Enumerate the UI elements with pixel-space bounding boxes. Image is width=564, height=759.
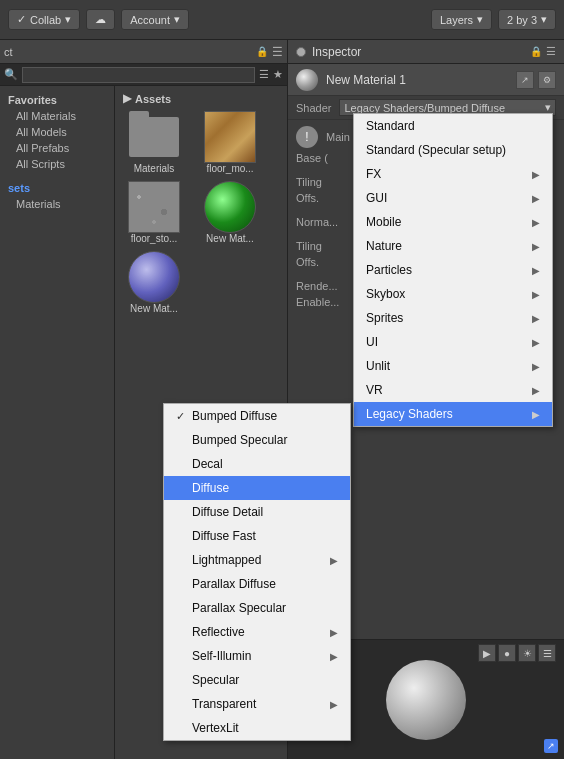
layers-label: Layers — [440, 14, 473, 26]
favorites-panel: Favorites All Materials All Models All P… — [0, 86, 115, 759]
layers-arrow-icon: ▾ — [477, 13, 483, 26]
normal-label: Norma... — [296, 216, 376, 228]
offset-label: Offs. — [296, 192, 376, 204]
layout-label: 2 by 3 — [507, 14, 537, 26]
asset-label-floor-sto: floor_sto... — [131, 233, 178, 245]
search-bar: 🔍 ☰ ★ — [0, 64, 287, 86]
panel-tabs-row: Favorites All Materials All Models All P… — [0, 86, 287, 759]
material-sphere-preview — [296, 69, 318, 91]
inspector-lock-icon[interactable]: 🔒 — [530, 46, 542, 57]
green-sphere-icon — [200, 181, 260, 233]
inspector-dot — [296, 47, 306, 57]
preview-play-button[interactable]: ▶ — [478, 644, 496, 662]
left-tab-label: ct — [4, 46, 13, 58]
material-settings-button[interactable]: ⚙ — [538, 71, 556, 89]
material-icon-buttons: ↗ ⚙ — [516, 71, 556, 89]
left-panel-lock-icon: 🔒 — [256, 46, 268, 57]
filter-icon[interactable]: ☰ — [259, 68, 269, 81]
collab-arrow-icon: ▾ — [65, 13, 71, 26]
left-panel: ct 🔒 ☰ 🔍 ☰ ★ Favorites All Materials All… — [0, 40, 288, 759]
inspector-menu-icon[interactable]: ☰ — [546, 45, 556, 58]
preview-title: t terial 1 — [296, 647, 476, 659]
collab-label: Collab — [30, 14, 61, 26]
account-label: Account — [130, 14, 170, 26]
stone-texture-icon — [124, 181, 184, 233]
insp-row-enable: Enable... — [296, 296, 556, 308]
fav-all-prefabs[interactable]: All Prefabs — [0, 140, 114, 156]
asset-label-new-mat-green: New Mat... — [206, 233, 254, 245]
preview-sphere — [386, 660, 466, 740]
assets-title: Assets — [135, 93, 171, 105]
right-panel: Inspector 🔒 ☰ New Material 1 ↗ ⚙ Shader … — [288, 40, 564, 759]
tiling2-label: Tiling — [296, 240, 376, 252]
asset-new-mat-blue[interactable]: New Mat... — [119, 251, 189, 315]
offset2-label: Offs. — [296, 256, 376, 268]
material-name-bar: New Material 1 ↗ ⚙ — [288, 64, 564, 96]
preview-title-text2: terial 1 — [302, 647, 335, 659]
cloud-button[interactable]: ☁ — [86, 9, 115, 30]
assets-section-title[interactable]: sets — [0, 180, 114, 196]
account-button[interactable]: Account ▾ — [121, 9, 189, 30]
collab-button[interactable]: ✓ Collab ▾ — [8, 9, 80, 30]
main-area: ct 🔒 ☰ 🔍 ☰ ★ Favorites All Materials All… — [0, 40, 564, 759]
favorites-title[interactable]: Favorites — [0, 92, 114, 108]
insp-row-offset2: Offs. — [296, 256, 556, 268]
folder-icon-materials — [124, 111, 184, 163]
insp-row-main-color: ! Main C — [296, 126, 556, 148]
shader-value: Legacy Shaders/Bumped Diffuse — [344, 102, 505, 114]
insp-row-tiling2: Tiling — [296, 240, 556, 252]
search-input[interactable] — [22, 67, 255, 83]
preview-sun-button[interactable]: ☀ — [518, 644, 536, 662]
fav-materials[interactable]: Materials — [0, 196, 114, 212]
asset-label-new-mat-blue: New Mat... — [130, 303, 178, 315]
insp-row-normal: Norma... — [296, 216, 556, 228]
asset-label-floor-mo: floor_mo... — [206, 163, 253, 175]
left-panel-menu-icon[interactable]: ☰ — [272, 45, 283, 59]
inspector-header: Inspector 🔒 ☰ — [288, 40, 564, 64]
account-arrow-icon: ▾ — [174, 13, 180, 26]
insp-row-render: Rende... — [296, 280, 556, 292]
assets-grid: Materials floor_mo... floor_sto... — [119, 111, 283, 315]
wood-texture-icon — [200, 111, 260, 163]
fav-all-models[interactable]: All Models — [0, 124, 114, 140]
assets-panel: ▶ Assets Materials flo — [115, 86, 287, 759]
shader-label: Shader — [296, 102, 331, 114]
preview-corner-btn[interactable]: ↗ — [544, 739, 558, 753]
shader-arrow-icon: ▾ — [545, 101, 551, 114]
blue-sphere-icon — [124, 251, 184, 303]
preview-title-text: t — [296, 647, 299, 659]
asset-new-mat-green[interactable]: New Mat... — [195, 181, 265, 245]
left-top-bar: ct 🔒 ☰ — [0, 40, 287, 64]
search-icon: 🔍 — [4, 68, 18, 81]
insp-row-offset: Offs. — [296, 192, 556, 204]
asset-materials-folder[interactable]: Materials — [119, 111, 189, 175]
render-label: Rende... — [296, 280, 376, 292]
inspector-body: ! Main C Base ( Tiling Offs. Norma... Ti… — [288, 120, 564, 639]
assets-header: ▶ Assets — [119, 90, 283, 107]
shader-dropdown[interactable]: Legacy Shaders/Bumped Diffuse ▾ — [339, 99, 556, 116]
preview-toolbar: t terial 1 ▶ ● ☀ ☰ — [288, 644, 564, 662]
layout-arrow-icon: ▾ — [541, 13, 547, 26]
inspector-title: Inspector — [312, 45, 361, 59]
layers-button[interactable]: Layers ▾ — [431, 9, 492, 30]
enable-label: Enable... — [296, 296, 376, 308]
assets-arrow-icon: ▶ — [123, 92, 131, 105]
asset-label-materials: Materials — [134, 163, 175, 175]
insp-row-tiling: Tiling — [296, 176, 556, 188]
tiling-label: Tiling — [296, 176, 376, 188]
check-icon: ✓ — [17, 13, 26, 26]
warning-icon: ! — [296, 126, 318, 148]
layout-button[interactable]: 2 by 3 ▾ — [498, 9, 556, 30]
insp-row-base: Base ( — [296, 152, 556, 164]
preview-menu-button[interactable]: ☰ — [538, 644, 556, 662]
fav-all-materials[interactable]: All Materials — [0, 108, 114, 124]
material-name-label: New Material 1 — [326, 73, 516, 87]
material-open-button[interactable]: ↗ — [516, 71, 534, 89]
asset-floor-mo[interactable]: floor_mo... — [195, 111, 265, 175]
preview-dot-button[interactable]: ● — [498, 644, 516, 662]
star-icon[interactable]: ★ — [273, 68, 283, 81]
base-label: Base ( — [296, 152, 376, 164]
asset-floor-sto[interactable]: floor_sto... — [119, 181, 189, 245]
cloud-icon: ☁ — [95, 13, 106, 26]
fav-all-scripts[interactable]: All Scripts — [0, 156, 114, 172]
